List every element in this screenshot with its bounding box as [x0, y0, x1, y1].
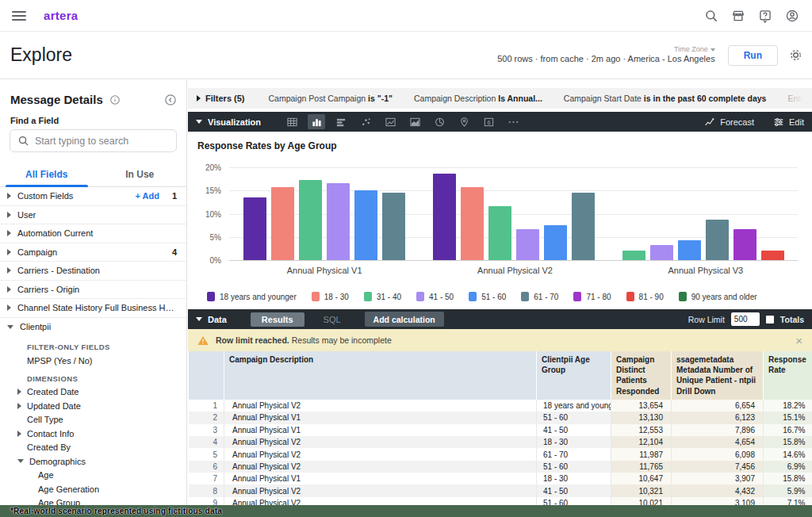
- chevron-right-icon[interactable]: [7, 267, 11, 274]
- sidebar-item-created-date[interactable]: Created Date: [0, 385, 186, 400]
- filter-chip-campaign-start-date[interactable]: Campaign Start Date is in the past 60 co…: [564, 94, 767, 103]
- column-header-response-rate[interactable]: Response Rate: [764, 351, 812, 400]
- column-header-ssagemetadata-metadata-number-of-unique-patient-ntpii-drill-down[interactable]: ssagemetadata Metadata Number of Unique …: [672, 351, 764, 400]
- sidebar-item-age[interactable]: Age: [0, 469, 186, 483]
- legend-item-31-40[interactable]: 31 - 40: [364, 292, 401, 301]
- bar-annual-physical-v2-51-60[interactable]: [544, 225, 567, 260]
- column-header-campaign-distinct-patients-responded[interactable]: Campaign Distinct Patients Responded: [611, 351, 672, 400]
- bar-annual-physical-v2-41-50[interactable]: [516, 229, 539, 260]
- bar-annual-physical-v3-61-70[interactable]: [706, 220, 729, 260]
- cell[interactable]: 3,907: [672, 473, 764, 484]
- map-chart-icon[interactable]: [455, 114, 473, 129]
- chevron-down-icon[interactable]: [17, 459, 24, 463]
- sidebar-item-automation-current[interactable]: Automation Current: [0, 224, 186, 243]
- cell[interactable]: 51 - 60: [537, 412, 611, 423]
- cell[interactable]: 61 - 70: [537, 448, 611, 460]
- cell[interactable]: 51 - 60: [537, 497, 611, 505]
- gear-icon[interactable]: [789, 48, 802, 62]
- filters-toggle[interactable]: Filters (5): [197, 94, 245, 103]
- bar-annual-physical-v1-61-70[interactable]: [382, 193, 405, 260]
- bar-chart-icon[interactable]: [332, 114, 350, 129]
- field-search-input[interactable]: [35, 136, 169, 147]
- cell[interactable]: Annual Physical V2: [224, 484, 537, 496]
- info-icon[interactable]: [109, 94, 121, 105]
- sidebar-item-age-generation[interactable]: Age Generation: [0, 482, 186, 496]
- help-icon[interactable]: [757, 8, 772, 23]
- line-chart-icon[interactable]: [381, 114, 399, 129]
- cell[interactable]: 41 - 50: [537, 484, 611, 496]
- filter-chip-campaign-description[interactable]: Campaign Description Is Annual...: [414, 94, 542, 103]
- data-tab-sql[interactable]: SQL: [312, 312, 352, 327]
- filter-chip-enterprise-name[interactable]: Enterprise Name is any value: [787, 94, 812, 103]
- bar-annual-physical-v3-41-50[interactable]: [650, 245, 673, 260]
- area-chart-icon[interactable]: [406, 114, 423, 129]
- legend-item-51-60[interactable]: 51 - 60: [469, 292, 506, 301]
- cell[interactable]: 15.8%: [764, 436, 812, 448]
- account-icon[interactable]: [784, 8, 799, 23]
- timezone-selector[interactable]: Time Zone: [497, 45, 715, 54]
- cell[interactable]: 18 - 30: [537, 436, 611, 448]
- cell[interactable]: Annual Physical V2: [224, 461, 537, 473]
- bar-annual-physical-v1-31-40[interactable]: [299, 180, 322, 260]
- bar-annual-physical-v3-81-90[interactable]: [761, 251, 784, 260]
- cell[interactable]: Annual Physical V2: [224, 448, 537, 460]
- cell[interactable]: 18.2%: [764, 400, 812, 412]
- pie-chart-icon[interactable]: [431, 114, 448, 129]
- chevron-right-icon[interactable]: [17, 431, 21, 437]
- search-icon[interactable]: [703, 8, 718, 23]
- cell[interactable]: 10,021: [611, 497, 672, 505]
- column-header-index[interactable]: [189, 351, 224, 400]
- single-value-icon[interactable]: 6: [480, 114, 497, 129]
- sidebar-item-mpsp-yes-no[interactable]: MPSP (Yes / No): [0, 354, 186, 368]
- sidebar-item-carriers-destination[interactable]: Carriers - Destination: [0, 262, 186, 281]
- sidebar-item-demographics[interactable]: Demographics: [0, 454, 186, 469]
- cell[interactable]: 13,130: [611, 412, 672, 423]
- cell[interactable]: 12,104: [611, 436, 672, 448]
- legend-item-41-50[interactable]: 41 - 50: [416, 292, 454, 301]
- chevron-right-icon[interactable]: [17, 389, 21, 395]
- bar-annual-physical-v2-18-30[interactable]: [461, 187, 484, 260]
- legend-item-18-years-and-younger[interactable]: 18 years and younger: [207, 292, 297, 301]
- chevron-right-icon[interactable]: [7, 304, 11, 311]
- totals-checkbox[interactable]: [766, 316, 774, 324]
- filter-chip-campaign-post-campaign[interactable]: Campaign Post Campaign is "-1": [269, 94, 393, 103]
- cell[interactable]: 5.9%: [764, 484, 812, 496]
- cell[interactable]: 12,553: [611, 424, 672, 436]
- cell[interactable]: 16.7%: [764, 424, 812, 436]
- chevron-down-icon[interactable]: [196, 120, 202, 124]
- bar-annual-physical-v3-51-60[interactable]: [678, 240, 701, 260]
- cell[interactable]: 15.8%: [764, 473, 812, 484]
- marketplace-icon[interactable]: [730, 8, 745, 23]
- row-limit-input[interactable]: [731, 312, 760, 326]
- bar-annual-physical-v1-41-50[interactable]: [327, 183, 350, 260]
- column-header-clientpii-age-group[interactable]: Clientpii Age Group: [537, 351, 611, 400]
- collapse-sidebar-icon[interactable]: [164, 94, 177, 106]
- cell[interactable]: Annual Physical V2: [224, 497, 537, 505]
- cell[interactable]: 41 - 50: [537, 424, 611, 436]
- cell[interactable]: Annual Physical V2: [224, 400, 537, 412]
- chevron-right-icon[interactable]: [7, 230, 11, 236]
- bar-annual-physical-v1-51-60[interactable]: [354, 190, 377, 260]
- cell[interactable]: 4,654: [672, 436, 764, 448]
- add-calculation-button[interactable]: Add calculation: [365, 312, 444, 327]
- sidebar-item-carriers-origin[interactable]: Carriers - Origin: [0, 281, 186, 300]
- cell[interactable]: Annual Physical V2: [224, 436, 537, 448]
- chevron-down-icon[interactable]: [7, 325, 13, 329]
- tab-in-use[interactable]: In Use: [94, 162, 187, 186]
- cell[interactable]: 6,098: [672, 448, 764, 460]
- close-icon[interactable]: ×: [795, 335, 802, 347]
- chevron-right-icon[interactable]: [7, 249, 11, 255]
- data-tab-results[interactable]: Results: [251, 312, 304, 327]
- cell[interactable]: 11,987: [611, 448, 672, 460]
- cell[interactable]: 18 - 30: [537, 473, 611, 484]
- run-button[interactable]: Run: [728, 45, 778, 66]
- edit-button[interactable]: Edit: [773, 117, 804, 128]
- bar-annual-physical-v1-18-30[interactable]: [271, 187, 294, 260]
- cell[interactable]: Annual Physical V1: [224, 424, 537, 436]
- cell[interactable]: 15.1%: [764, 412, 812, 423]
- data-label[interactable]: Data: [208, 315, 227, 324]
- column-chart-icon[interactable]: [308, 114, 325, 129]
- bar-annual-physical-v2-31-40[interactable]: [488, 206, 511, 260]
- sidebar-item-contact-info[interactable]: Contact Info: [0, 427, 186, 441]
- sidebar-item-updated-date[interactable]: Updated Date: [0, 399, 186, 413]
